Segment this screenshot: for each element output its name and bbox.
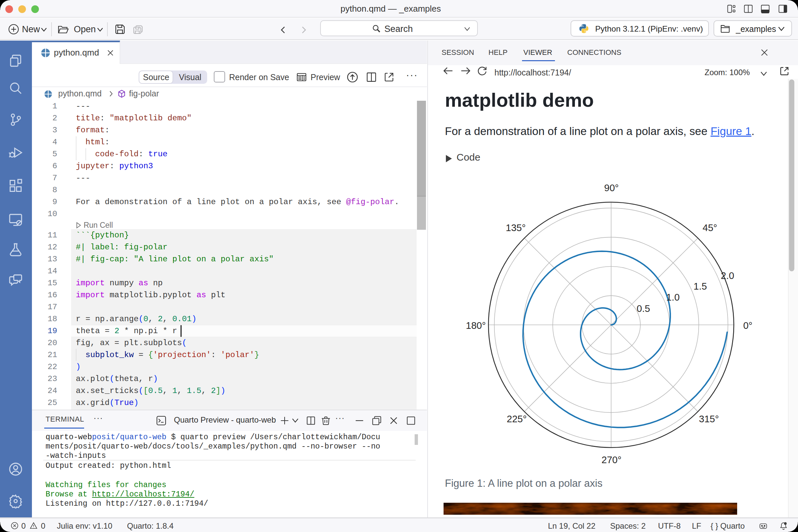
svg-text:0.5: 0.5: [637, 303, 650, 314]
svg-text:90°: 90°: [604, 183, 619, 193]
svg-text:315°: 315°: [699, 414, 719, 424]
svg-text:270°: 270°: [602, 455, 622, 465]
svg-text:225°: 225°: [507, 414, 527, 424]
svg-text:135°: 135°: [506, 223, 526, 233]
svg-text:45°: 45°: [703, 223, 717, 233]
svg-text:2.0: 2.0: [721, 270, 734, 281]
svg-text:180°: 180°: [466, 320, 486, 331]
svg-text:1.5: 1.5: [694, 281, 707, 291]
svg-text:0°: 0°: [743, 320, 753, 331]
svg-text:1.0: 1.0: [666, 292, 680, 303]
